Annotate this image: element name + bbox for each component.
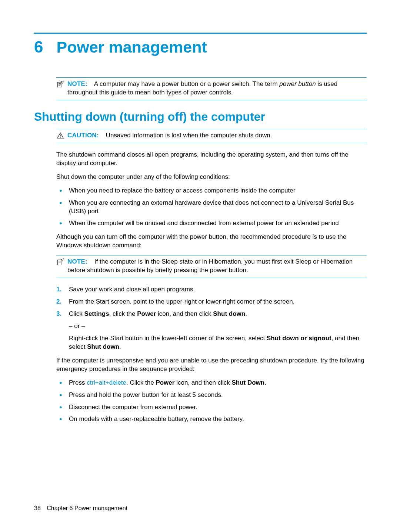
step-item: Click Settings, click the Power icon, an… bbox=[56, 310, 367, 318]
emergency-list: Press ctrl+alt+delete. Click the Power i… bbox=[56, 379, 367, 424]
svg-point-5 bbox=[60, 137, 61, 138]
paragraph: The shutdown command closes all open pro… bbox=[56, 151, 367, 168]
footer: 38 Chapter 6 Power management bbox=[34, 505, 127, 512]
step-alt: Right-click the Start button in the lowe… bbox=[56, 334, 367, 351]
or-separator: – or – bbox=[56, 322, 367, 331]
page: 6 Power management NOTE: A compute bbox=[0, 0, 400, 532]
note-text: NOTE: A computer may have a power button… bbox=[67, 80, 367, 97]
caution-label: CAUTION: bbox=[67, 132, 99, 139]
conditions-list: When you need to replace the battery or … bbox=[56, 187, 367, 228]
list-item: When the computer will be unused and dis… bbox=[56, 219, 367, 228]
svg-rect-0 bbox=[58, 82, 62, 87]
note-icon bbox=[56, 258, 64, 265]
top-rule bbox=[34, 33, 367, 34]
svg-rect-6 bbox=[58, 260, 62, 265]
note-callout: NOTE: If the computer is in the Sleep st… bbox=[56, 255, 367, 278]
list-item: Press ctrl+alt+delete. Click the Power i… bbox=[56, 379, 367, 387]
step-item: From the Start screen, point to the uppe… bbox=[56, 298, 367, 306]
paragraph: If the computer is unresponsive and you … bbox=[56, 357, 367, 374]
note-text: NOTE: If the computer is in the Sleep st… bbox=[67, 258, 367, 275]
section-title: Shutting down (turning off) the computer bbox=[34, 110, 367, 124]
paragraph: Although you can turn off the computer w… bbox=[56, 233, 367, 250]
list-item: When you need to replace the battery or … bbox=[56, 187, 367, 195]
note-icon bbox=[56, 80, 64, 87]
steps-list: Save your work and close all open progra… bbox=[56, 285, 367, 318]
caution-callout: CAUTION: Unsaved information is lost whe… bbox=[56, 129, 367, 143]
list-item: Press and hold the power button for at l… bbox=[56, 391, 367, 399]
page-number: 38 bbox=[34, 505, 41, 511]
footer-text: Chapter 6 Power management bbox=[47, 505, 127, 511]
list-item: On models with a user-replaceable batter… bbox=[56, 415, 367, 424]
content-block: NOTE: A computer may have a power button… bbox=[56, 77, 367, 424]
chapter-heading: 6 Power management bbox=[34, 39, 367, 55]
step-item: Save your work and close all open progra… bbox=[56, 285, 367, 294]
paragraph: Shut down the computer under any of the … bbox=[56, 173, 367, 181]
note-label: NOTE: bbox=[67, 258, 87, 265]
chapter-number: 6 bbox=[34, 39, 43, 55]
list-item: Disconnect the computer from external po… bbox=[56, 403, 367, 412]
caution-text: CAUTION: Unsaved information is lost whe… bbox=[67, 131, 272, 140]
chapter-title: Power management bbox=[56, 39, 207, 55]
note-callout: NOTE: A computer may have a power button… bbox=[56, 77, 367, 100]
note-label: NOTE: bbox=[67, 80, 87, 87]
list-item: When you are connecting an external hard… bbox=[56, 199, 367, 216]
caution-icon bbox=[56, 131, 64, 139]
